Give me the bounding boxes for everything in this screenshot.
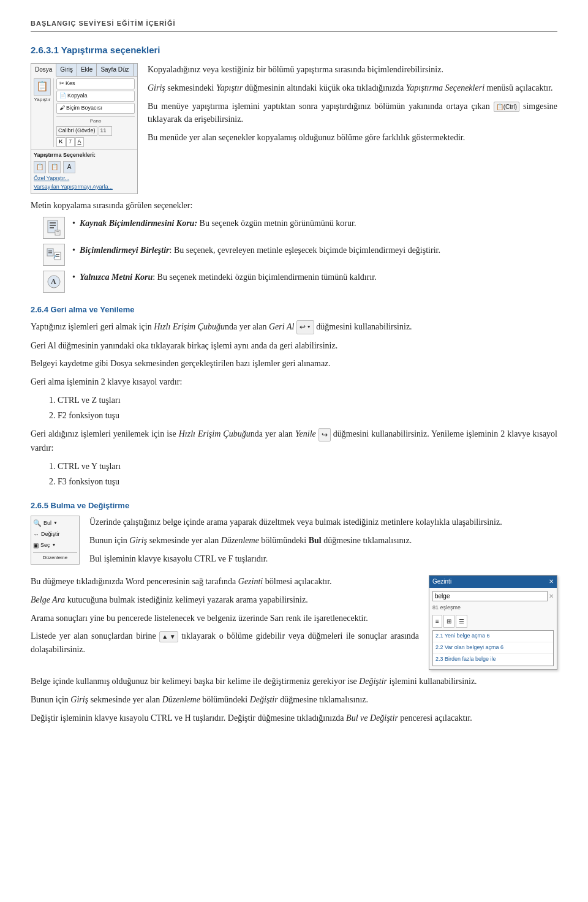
pano-label: Pano bbox=[56, 116, 135, 125]
ribbon-tab-dosya[interactable]: Dosya bbox=[31, 64, 56, 77]
ribbon-tab-sayfa[interactable]: Sayfa Düz bbox=[97, 64, 133, 76]
undo-shortcut-1: CTRL ve Z tuşları bbox=[49, 394, 557, 407]
underline-button[interactable]: A bbox=[75, 137, 84, 147]
bullet-birlestir: ↗ • Biçimlendirmeyi Birleştir: Bu seçene… bbox=[43, 244, 557, 266]
word-ribbon: Dosya Giriş Ekle Sayfa Düz 📋 Yapıştır ✂ bbox=[31, 63, 138, 194]
section-265-text: Üzerinde çalıştığınız belge içinde arama… bbox=[89, 516, 557, 570]
brush-icon: 🖌 bbox=[59, 104, 65, 113]
metin-kopyalama: Metin kopyalama sırasında görülen seçene… bbox=[31, 199, 557, 212]
gezinti-para-1: Bu düğmeye tıkladığınızda Word penceresi… bbox=[31, 575, 419, 588]
bul-toolbar: 🔍 Bul ▼ ↔ Değiştir ▣ Seç ▼ Düzenleme bbox=[31, 516, 80, 564]
font-name-box[interactable]: Calibri (Gövde) bbox=[56, 126, 97, 136]
degistir-button[interactable]: ↔ Değiştir bbox=[33, 530, 77, 539]
find-icon-heading[interactable]: ≡ bbox=[432, 615, 442, 628]
ribbon-body: 📋 Yapıştır ✂ Kes 📄 Kopyala bbox=[31, 77, 137, 149]
ribbon-tabs: Dosya Giriş Ekle Sayfa Düz bbox=[31, 64, 137, 77]
sec-dropdown: ▼ bbox=[52, 542, 56, 549]
bul-button[interactable]: 🔍 Bul ▼ bbox=[33, 518, 77, 528]
page-header: BAŞLANGIÇ SEVİYESİ EĞİTİM İÇERİĞİ bbox=[31, 18, 557, 32]
undo-shortcuts-list: CTRL ve Z tuşları F2 fonksiyon tuşu bbox=[49, 394, 557, 423]
sec-button[interactable]: ▣ Seç ▼ bbox=[33, 541, 77, 551]
ctrl-badge: 📋 (Ctrl) bbox=[494, 102, 519, 113]
duzenleme-label: Düzenleme bbox=[33, 552, 77, 562]
ribbon-tab-giris[interactable]: Giriş bbox=[56, 64, 77, 76]
kes-button[interactable]: ✂ Kes bbox=[56, 78, 135, 89]
search-icon: 🔍 bbox=[33, 518, 42, 528]
clipboard-small-icon: 📋 bbox=[496, 102, 503, 112]
replace-icon: ↔ bbox=[33, 530, 39, 539]
bold-button[interactable]: K bbox=[56, 137, 66, 147]
redo-shortcuts-list: CTRL ve Y tuşları F3 fonksiyon tuşu bbox=[49, 460, 557, 489]
redo-arrow-icon: ↪ bbox=[322, 429, 328, 441]
geri-al-kisayol-intro: Geri alma işleminin 2 klavye kısayol var… bbox=[31, 375, 557, 389]
find-clear-icon[interactable]: ✕ bbox=[549, 592, 554, 601]
birlestir-icon-box: ↗ bbox=[43, 244, 65, 266]
find-icon-page[interactable]: ⊞ bbox=[443, 615, 454, 628]
paste-options-title: Yapıştırma Seçenekleri: bbox=[34, 151, 135, 160]
kaynak-icon bbox=[45, 219, 62, 236]
gezinti-text: Bu düğmeye tıkladığınızda Word penceresi… bbox=[31, 575, 419, 661]
section-2631: 2.6.3.1 Yapıştırma seçenekleri Dosya Gir… bbox=[31, 43, 557, 293]
find-icon-results[interactable]: ☰ bbox=[456, 615, 467, 628]
paste-icon-1[interactable]: 📋 bbox=[34, 161, 46, 173]
para-4: Bu menüde yer alan seçenekler kopyalamış… bbox=[148, 131, 557, 145]
scissors-icon: ✂ bbox=[59, 80, 64, 88]
paste-options-section: Yapıştırma Seçenekleri: 📋 📋 A Özel Yapış… bbox=[31, 149, 137, 194]
paste-icon-2[interactable]: 📋 bbox=[48, 161, 61, 173]
find-result-3[interactable]: 2.3 Birden fazla belge ile bbox=[433, 654, 553, 666]
svg-text:↗: ↗ bbox=[53, 254, 57, 260]
svg-text:A: A bbox=[51, 277, 56, 286]
yenile-intro: Geri aldığınız işlemleri yenilemek için … bbox=[31, 427, 557, 455]
undo-shortcut-2: F2 fonksiyon tuşu bbox=[49, 409, 557, 423]
bul-degistir-panel: 🔍 Bul ▼ ↔ Değiştir ▣ Seç ▼ Düzenleme bbox=[31, 516, 80, 564]
bicim-boyacisi-button[interactable]: 🖌 Biçim Boyacısı bbox=[56, 103, 135, 114]
section-heading-265: 2.6.5 Bulma ve Değiştirme bbox=[31, 500, 557, 512]
kopyala-button[interactable]: 📄 Kopyala bbox=[56, 91, 135, 102]
bul-para-3: Bul işleminin klavye kısayolu CTRL ve F … bbox=[89, 552, 557, 566]
undo-dropdown-arrow: ▼ bbox=[307, 324, 311, 331]
birlestir-text: • Biçimlendirmeyi Birleştir: Bu seçenek,… bbox=[72, 244, 440, 257]
ribbon-tab-ekle[interactable]: Ekle bbox=[77, 64, 97, 76]
paste-icon-3[interactable]: A bbox=[63, 161, 75, 173]
geri-al-dosya: Belgeyi kaydetme gibi Dosya sekmesinden … bbox=[31, 357, 557, 370]
gezinti-para-3: Arama sonuçları yine bu pencerede listel… bbox=[31, 612, 419, 625]
bul-para-2: Bunun için Giriş sekmesinde yer alan Düz… bbox=[89, 534, 557, 547]
redo-button-icon: ↪ bbox=[318, 428, 331, 442]
nav-arrows-icon: ▲ ▼ bbox=[159, 631, 178, 642]
bul-para-1: Üzerinde çalıştığınız belge içinde arama… bbox=[89, 516, 557, 529]
gezinti-title: Gezinti bbox=[432, 577, 451, 587]
find-results-list: 2.1 Yeni belge açma 6 2.2 Var olan belge… bbox=[432, 630, 554, 666]
yalnizca-icon-box: A bbox=[43, 271, 65, 293]
find-panel-titlebar: Gezinti ✕ bbox=[429, 576, 557, 588]
gezinti-para-2: Belge Ara kutucuğuna bulmak istediğiniz … bbox=[31, 593, 419, 607]
ribbon-image: Dosya Giriş Ekle Sayfa Düz 📋 Yapıştır ✂ bbox=[31, 63, 138, 194]
geri-al-ok: Geri Al düğmesinin yanındaki oka tıklaya… bbox=[31, 339, 557, 353]
para-2: Giriş sekmesindeki Yapıştır düğmesinin a… bbox=[148, 81, 557, 95]
find-search-input[interactable] bbox=[432, 591, 548, 601]
find-icons-row: ≡ ⊞ ☰ bbox=[432, 615, 554, 628]
gezinti-row: Bu düğmeye tıkladığınızda Word penceresi… bbox=[31, 575, 557, 670]
degistir-para-3: Değiştir işleminin klavye kısayolu CTRL … bbox=[31, 712, 557, 725]
svg-rect-9 bbox=[48, 252, 52, 254]
svg-rect-8 bbox=[48, 250, 52, 252]
font-size-box[interactable]: 11 bbox=[99, 126, 112, 136]
bul-dropdown: ▼ bbox=[53, 520, 58, 527]
find-panel-close[interactable]: ✕ bbox=[549, 577, 554, 587]
yalnizca-icon: A bbox=[45, 273, 62, 290]
svg-rect-5 bbox=[56, 231, 59, 232]
section-2631-text: Kopyaladığınız veya kestiğiniz bir bölüm… bbox=[148, 63, 557, 149]
find-result-1[interactable]: 2.1 Yeni belge açma 6 bbox=[433, 631, 553, 642]
section-heading-264: 2.6.4 Geri alma ve Yenileme bbox=[31, 304, 557, 316]
paste-icon[interactable]: 📋 bbox=[34, 78, 51, 96]
ozel-yapistir-link[interactable]: Özel Yapıştır... bbox=[34, 175, 135, 183]
degistir-para-1: Belge içinde kullanmış olduğunuz bir kel… bbox=[31, 675, 557, 688]
section-heading-2631: 2.6.3.1 Yapıştırma seçenekleri bbox=[31, 43, 557, 57]
italic-button[interactable]: T bbox=[66, 137, 75, 147]
redo-shortcut-2: F3 fonksiyon tuşu bbox=[49, 475, 557, 489]
geri-al-intro: Yaptığınız işlemleri geri almak için Hız… bbox=[31, 320, 557, 334]
find-result-2[interactable]: 2.2 Var olan belgeyi açma 6 bbox=[433, 642, 553, 654]
varsayilan-yapistir-link[interactable]: Varsayılan Yapıştırmayı Ayarla... bbox=[34, 183, 135, 192]
find-input-row: ✕ bbox=[432, 591, 554, 601]
find-results-count: 81 eşleşme bbox=[432, 604, 554, 612]
paste-option-icons: 📋 📋 A bbox=[34, 161, 135, 173]
